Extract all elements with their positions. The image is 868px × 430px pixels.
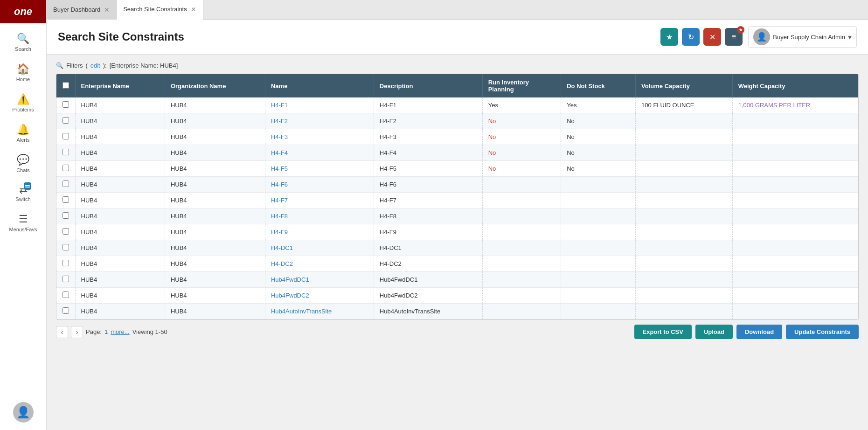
table-row: HUB4HUB4H4-F6H4-F6 <box>56 177 858 193</box>
sidebar-label-alerts: Alerts <box>16 137 29 143</box>
cell-description: Hub4FwdDC2 <box>374 288 482 304</box>
row-checkbox[interactable] <box>62 196 69 203</box>
sidebar-item-menus-favs[interactable]: ☰ Menus/Favs <box>0 208 46 238</box>
next-page-button[interactable]: › <box>71 326 83 338</box>
row-checkbox[interactable] <box>62 291 69 298</box>
search-icon: 🔍 <box>17 33 29 45</box>
cell-name[interactable]: Hub4FwdDC2 <box>265 288 374 304</box>
favorite-button[interactable]: ★ <box>660 28 678 46</box>
table-row: HUB4HUB4H4-F8H4-F8 <box>56 208 858 224</box>
cell-weight-capacity <box>732 129 858 145</box>
filters-active: [Enterprise Name: HUB4] <box>110 62 178 69</box>
close-page-button[interactable]: ✕ <box>703 28 721 46</box>
user-dropdown-arrow: ▾ <box>848 33 852 42</box>
more-pages-link[interactable]: more... <box>111 328 129 335</box>
cell-name[interactable]: Hub4AutoInvTransSite <box>265 304 374 319</box>
row-checkbox-cell <box>56 161 75 177</box>
cell-name[interactable]: H4-DC1 <box>265 240 374 256</box>
user-profile[interactable]: 👤 Buyer Supply Chain Admin ▾ <box>748 26 857 48</box>
cell-run-inv <box>482 288 561 304</box>
cell-volume-capacity <box>636 304 733 319</box>
update-constraints-button[interactable]: Update Constraints <box>786 325 859 339</box>
table-container: Enterprise Name Organization Name Name D… <box>56 74 859 320</box>
row-checkbox[interactable] <box>62 212 69 219</box>
tab-buyer-dashboard[interactable]: Buyer Dashboard ✕ <box>47 0 117 20</box>
sidebar-item-alerts[interactable]: 🔔 Alerts <box>0 118 46 148</box>
user-avatar: 👤 <box>753 28 770 45</box>
cell-enterprise-name: HUB4 <box>75 113 165 129</box>
prev-page-button[interactable]: ‹ <box>56 326 68 338</box>
row-checkbox[interactable] <box>62 149 69 155</box>
cell-do-not-stock <box>561 240 636 256</box>
cell-run-inv <box>482 177 561 193</box>
cell-run-inv <box>482 256 561 272</box>
cell-name[interactable]: H4-F8 <box>265 208 374 224</box>
cell-name[interactable]: H4-F5 <box>265 161 374 177</box>
row-checkbox-cell <box>56 193 75 208</box>
download-button[interactable]: Download <box>736 325 782 339</box>
table-row: HUB4HUB4H4-F3H4-F3NoNo <box>56 129 858 145</box>
tab-search-site-constraints[interactable]: Search Site Constraints ✕ <box>117 0 203 20</box>
sidebar-item-search[interactable]: 🔍 Search <box>0 27 46 57</box>
cell-name[interactable]: H4-F6 <box>265 177 374 193</box>
cell-name[interactable]: H4-F2 <box>265 113 374 129</box>
sidebar-item-problems[interactable]: ⚠️ Problems <box>0 88 46 118</box>
cell-name[interactable]: H4-DC2 <box>265 256 374 272</box>
row-checkbox[interactable] <box>62 260 69 266</box>
menu-icon: ☰ <box>19 213 28 225</box>
tab-close-buyer-dashboard[interactable]: ✕ <box>104 6 110 14</box>
row-checkbox[interactable] <box>62 165 69 171</box>
col-name: Name <box>265 74 374 97</box>
row-checkbox-cell <box>56 129 75 145</box>
cell-volume-capacity <box>636 145 733 161</box>
sidebar-item-switch[interactable]: ⇄ Switch <box>0 179 46 208</box>
sidebar-item-home[interactable]: 🏠 Home <box>0 57 46 88</box>
row-checkbox[interactable] <box>62 228 69 235</box>
cell-volume-capacity <box>636 177 733 193</box>
upload-button[interactable]: Upload <box>695 325 733 339</box>
cell-do-not-stock <box>561 256 636 272</box>
sidebar-item-chats[interactable]: 💬 Chats <box>0 148 46 179</box>
export-csv-button[interactable]: Export to CSV <box>634 325 692 339</box>
cell-enterprise-name: HUB4 <box>75 304 165 319</box>
cell-org-name: HUB4 <box>165 193 265 208</box>
menu-notification-badge: ★ <box>737 26 744 34</box>
col-checkbox <box>56 74 75 97</box>
row-checkbox[interactable] <box>62 307 69 314</box>
tab-close-search-site-constraints[interactable]: ✕ <box>191 6 196 13</box>
cell-name[interactable]: H4-F9 <box>265 224 374 240</box>
sidebar-label-problems: Problems <box>12 107 34 112</box>
sidebar-label-search: Search <box>15 46 31 52</box>
row-checkbox[interactable] <box>62 244 69 250</box>
viewing-label: Viewing 1-50 <box>132 328 167 335</box>
svg-rect-0 <box>25 185 30 186</box>
footer-bar: ‹ › Page: 1 more... Viewing 1-50 Export … <box>56 320 859 341</box>
cell-description: H4-F7 <box>374 193 482 208</box>
bell-icon: 🔔 <box>17 124 29 136</box>
user-name: Buyer Supply Chain Admin <box>773 34 845 41</box>
cell-name[interactable]: H4-F3 <box>265 129 374 145</box>
row-checkbox[interactable] <box>62 180 69 187</box>
row-checkbox[interactable] <box>62 101 69 108</box>
sidebar-avatar[interactable]: 👤 <box>13 402 34 423</box>
cell-name[interactable]: H4-F7 <box>265 193 374 208</box>
refresh-button[interactable]: ↻ <box>682 28 700 46</box>
cell-name[interactable]: H4-F4 <box>265 145 374 161</box>
cell-org-name: HUB4 <box>165 240 265 256</box>
app-logo[interactable]: one <box>0 0 46 23</box>
page-header: Search Site Constraints ★ ↻ ✕ ≡ ★ 👤 Buye… <box>47 20 868 55</box>
filters-edit-link[interactable]: edit <box>90 62 100 69</box>
row-checkbox[interactable] <box>62 276 69 282</box>
cell-name[interactable]: Hub4FwdDC1 <box>265 272 374 288</box>
table-row: HUB4HUB4H4-F9H4-F9 <box>56 224 858 240</box>
row-checkbox[interactable] <box>62 133 69 139</box>
current-page: 1 <box>104 328 108 335</box>
sidebar-label-menus-favs: Menus/Favs <box>9 227 37 232</box>
select-all-checkbox[interactable] <box>62 82 69 89</box>
cell-org-name: HUB4 <box>165 208 265 224</box>
cell-description: H4-F1 <box>374 97 482 113</box>
cell-do-not-stock: No <box>561 113 636 129</box>
cell-name[interactable]: H4-F1 <box>265 97 374 113</box>
cell-run-inv <box>482 224 561 240</box>
row-checkbox[interactable] <box>62 117 69 124</box>
